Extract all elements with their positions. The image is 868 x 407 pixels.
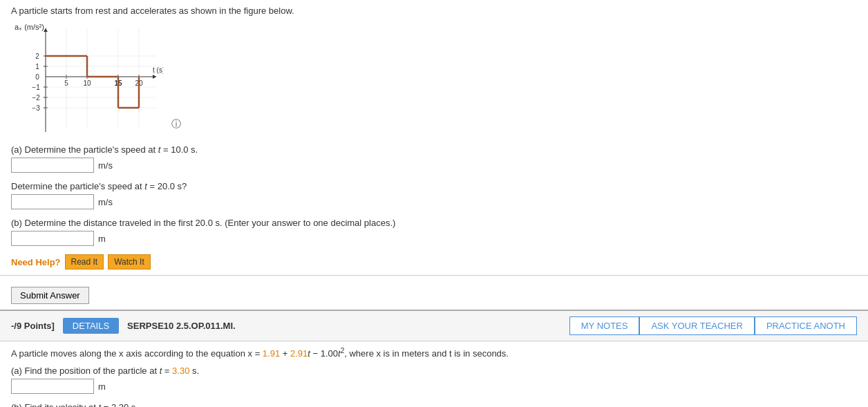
question-b-block: (b) Determine the distance traveled in t… (11, 218, 857, 246)
question-a1-block: (a) Determine the particle's speed at t … (11, 144, 857, 173)
points-label: -/9 Points] (11, 321, 55, 331)
submit-row: Submit Answer (0, 281, 868, 310)
my-notes-button[interactable]: MY NOTES (569, 316, 640, 335)
graph-container: aₓ (m/s²) 2 1 (11, 21, 163, 139)
sub-answer-a-input[interactable] (11, 379, 94, 394)
svg-text:2: 2 (35, 53, 39, 60)
question-a1-label: (a) Determine the particle's speed at t … (11, 144, 857, 155)
need-help-row: Need Help? Read It Watch It (11, 254, 857, 269)
svg-text:−2: −2 (32, 94, 40, 102)
svg-text:0: 0 (35, 73, 39, 81)
section-header: -/9 Points] DETAILS SERPSE10 2.5.OP.011.… (0, 311, 868, 341)
answer-a2-input[interactable] (11, 194, 94, 209)
need-help-text: Need Help? (11, 257, 61, 267)
question-b-answer-row: m (11, 231, 857, 246)
page-wrapper: A particle starts from rest and accelera… (0, 0, 868, 407)
ask-teacher-button[interactable]: ASK YOUR TEACHER (639, 316, 754, 335)
svg-text:−3: −3 (32, 104, 40, 112)
read-it-button[interactable]: Read It (65, 254, 104, 269)
problem-desc: A particle moves along the x axis accord… (11, 347, 857, 359)
bottom-section: -/9 Points] DETAILS SERPSE10 2.5.OP.011.… (0, 310, 868, 407)
submit-button[interactable]: Submit Answer (11, 287, 89, 304)
practice-button[interactable]: PRACTICE ANOTH (755, 316, 857, 335)
details-button[interactable]: DETAILS (63, 318, 119, 334)
question-a2-label: Determine the particle's speed at t = 20… (11, 181, 857, 191)
svg-text:t (s): t (s) (153, 66, 163, 74)
problem-id: SERPSE10 2.5.OP.011.MI. (127, 321, 561, 331)
intro-text: A particle starts from rest and accelera… (11, 6, 857, 16)
answer-a1-input[interactable] (11, 158, 94, 173)
unit-a2: m/s (98, 197, 113, 207)
svg-text:1: 1 (35, 63, 39, 70)
question-a2-answer-row: m/s (11, 194, 857, 209)
sub-answer-a-row: m (11, 379, 857, 394)
sub-question-a-block: (a) Find the position of the particle at… (11, 366, 857, 394)
top-section: A particle starts from rest and accelera… (0, 0, 868, 276)
problem-content: A particle moves along the x axis accord… (0, 341, 868, 407)
unit-b: m (98, 234, 106, 244)
question-b-label: (b) Determine the distance traveled in t… (11, 218, 857, 228)
unit-a1: m/s (98, 160, 113, 171)
sub-question-b-label: (b) Find its velocity at t = 3.30 s. (11, 402, 857, 407)
question-a1-answer-row: m/s (11, 158, 857, 173)
sub-unit-a: m (98, 381, 106, 392)
svg-text:−1: −1 (32, 84, 40, 91)
sub-question-b-block: (b) Find its velocity at t = 3.30 s. m/s (11, 402, 857, 407)
graph-svg: aₓ (m/s²) 2 1 (11, 21, 163, 139)
questions-section: (a) Determine the particle's speed at t … (11, 144, 857, 246)
svg-text:aₓ (m/s²): aₓ (m/s²) (15, 23, 44, 31)
watch-it-button[interactable]: Watch It (108, 254, 151, 269)
graph-area: aₓ (m/s²) 2 1 (11, 21, 857, 139)
svg-marker-4 (44, 28, 48, 32)
svg-marker-3 (153, 75, 156, 79)
question-a2-block: Determine the particle's speed at t = 20… (11, 181, 857, 209)
answer-b-input[interactable] (11, 231, 94, 246)
sub-question-a-label: (a) Find the position of the particle at… (11, 366, 857, 376)
header-right-buttons: MY NOTES ASK YOUR TEACHER PRACTICE ANOTH (569, 316, 857, 335)
info-icon[interactable]: ⓘ (171, 118, 181, 131)
